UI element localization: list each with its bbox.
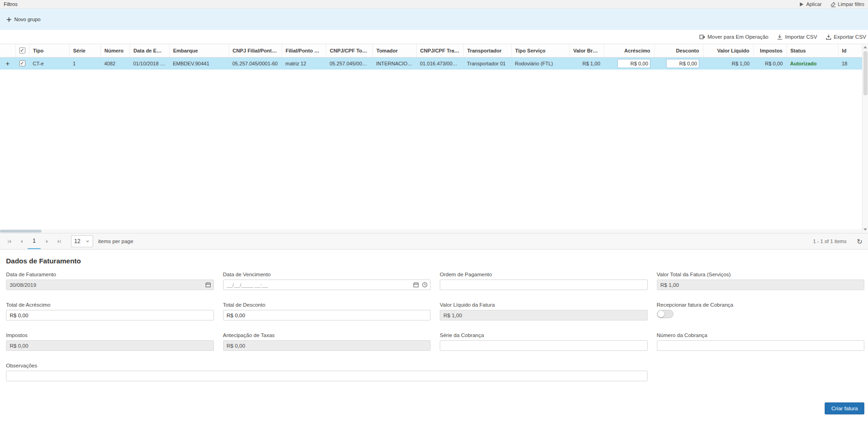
filter-group-panel: Novo grupo [0,9,868,30]
row-checkbox[interactable] [19,60,25,66]
clear-filter-button[interactable]: Limpar filtro [830,1,864,7]
recepcionar-label: Recepcionar fatura de Cobrança [657,302,865,308]
impostos-label: Impostos [6,332,214,338]
cell-id: 18 [838,57,862,70]
grid-header-expand [0,44,15,57]
field-total-desconto: Total de Desconto [223,302,431,320]
col-header-valor-bruto[interactable]: Valor Bruto [569,44,604,57]
field-impostos: Impostos [6,332,214,351]
cell-data-emissao: 01/10/2018 11:07 [130,57,169,70]
col-header-serie[interactable]: Série [69,44,100,57]
expand-plus-icon[interactable]: + [6,60,9,67]
export-download-icon [826,34,832,40]
col-header-data-emissao[interactable]: Data de Emiss... [130,44,169,57]
scroll-up-arrow-icon[interactable] [863,46,867,48]
field-serie-cobranca: Série da Cobrança [440,332,648,351]
recepcionar-toggle[interactable] [657,310,673,318]
import-csv-button[interactable]: Importar CSV [777,34,817,40]
last-page-button[interactable] [53,236,65,247]
impostos-input[interactable] [6,340,214,351]
ordem-pagamento-label: Ordem de Pagamento [440,272,648,277]
valor-total-input[interactable] [657,279,865,290]
first-page-button[interactable] [4,236,15,247]
data-faturamento-input[interactable] [6,279,214,290]
cell-valor-bruto: R$ 1,00 [569,57,604,70]
vertical-scrollbar[interactable] [862,44,868,233]
scroll-down-arrow-icon[interactable] [863,228,867,231]
total-acrescimo-input[interactable] [6,310,214,320]
acrescimo-input[interactable] [617,59,650,68]
create-invoice-button[interactable]: Criar fatura [825,402,864,414]
apply-filter-label: Aplicar [806,1,822,7]
cell-serie: 1 [69,57,100,70]
valor-liquido-label: Valor Líquido da Fatura [440,302,648,308]
col-header-numero[interactable]: Número [100,44,130,57]
cell-cnpj-transportador: 01.016.473/0001-40 [416,57,463,70]
refresh-icon[interactable]: ↻ [856,238,862,245]
observacoes-label: Observações [6,363,648,368]
col-header-filial[interactable]: Filial/Ponto de O... [282,44,326,57]
field-data-vencimento: Data de Vencimento [223,272,431,290]
col-header-cnpj-tomador[interactable]: CNPJ/CPF Tomador [326,44,372,57]
page-size-value: 12 [74,238,80,245]
clear-filter-label: Limpar filtro [838,1,864,7]
valor-liquido-input[interactable] [440,310,648,320]
import-csv-label: Importar CSV [785,34,817,40]
row-select-cell [15,57,29,70]
clock-icon[interactable] [422,282,428,288]
col-header-desconto[interactable]: Desconto [654,44,703,57]
cell-desconto [654,57,703,70]
col-header-tomador[interactable]: Tomador [372,44,416,57]
col-header-transportador[interactable]: Transportador [463,44,511,57]
export-csv-label: Exportar CSV [834,34,866,40]
cell-tomador: INTERNACIONAL E ... [372,57,416,70]
calendar-icon[interactable] [205,282,211,288]
calendar-icon[interactable] [413,282,419,288]
col-header-cnpj-transportador[interactable]: CNPJ/CPF Transp... [416,44,463,57]
vertical-scrollbar-thumb[interactable] [863,51,868,95]
col-header-embarque[interactable]: Embarque [169,44,229,57]
page-size-select[interactable]: 12 [71,235,93,247]
filters-title: Filtros [4,1,18,7]
apply-filter-button[interactable]: Aplicar [798,1,822,7]
cell-status: Autorizado [786,57,838,70]
next-page-button[interactable] [41,236,53,247]
export-csv-button[interactable]: Exportar CSV [826,34,866,40]
antecipacao-input[interactable] [223,340,431,351]
col-header-tipo[interactable]: Tipo [29,44,69,57]
field-observacoes: Observações [6,363,648,381]
ordem-pagamento-input[interactable] [440,279,648,290]
play-icon [798,1,804,7]
serie-cobranca-input[interactable] [440,340,648,351]
data-faturamento-label: Data de Faturamento [6,272,214,277]
col-header-cnpj-filial[interactable]: CNPJ Filial/Ponto de ... [229,44,282,57]
col-header-tipo-servico[interactable]: Tipo Serviço [511,44,569,57]
cell-cnpj-tomador: 05.257.045/0001-60 [326,57,372,70]
col-header-status[interactable]: Status [786,44,838,57]
new-group-button[interactable]: Novo grupo [6,17,41,23]
col-header-impostos[interactable]: Impostos [753,44,786,57]
move-to-operation-button[interactable]: Mover para Em Operação [699,34,768,40]
cell-impostos: R$ 0,00 [753,57,786,70]
col-header-acrescimo[interactable]: Acréscimo [604,44,654,57]
desconto-input[interactable] [666,59,699,68]
numero-cobranca-input[interactable] [657,340,865,351]
total-desconto-input[interactable] [223,310,431,320]
previous-page-button[interactable] [16,236,27,247]
billing-actions: Criar fatura [6,402,864,414]
cell-valor-liquido: R$ 1,00 [703,57,753,70]
grid-header-row: Tipo Série Número Data de Emiss... Embar… [0,44,862,57]
cell-numero: 4082 [100,57,130,70]
cell-tipo-servico: Rodoviário (FTL) [511,57,569,70]
horizontal-scrollbar-thumb[interactable] [0,230,41,233]
page-number-button[interactable]: 1 [28,233,41,249]
grid-toolbar: Mover para Em Operação Importar CSV Expo… [0,30,868,44]
data-vencimento-input[interactable] [223,279,431,290]
table-row[interactable]: + CT-e 1 4082 01/10/2018 11:07 EMBDEV.90… [0,57,862,70]
select-all-checkbox[interactable] [19,47,25,53]
horizontal-scrollbar[interactable] [0,229,862,233]
observacoes-input[interactable] [6,371,648,381]
col-header-id[interactable]: Id [838,44,862,57]
col-header-valor-liquido[interactable]: Valor Líquido [703,44,753,57]
shipments-grid: Tipo Série Número Data de Emiss... Embar… [0,44,868,233]
